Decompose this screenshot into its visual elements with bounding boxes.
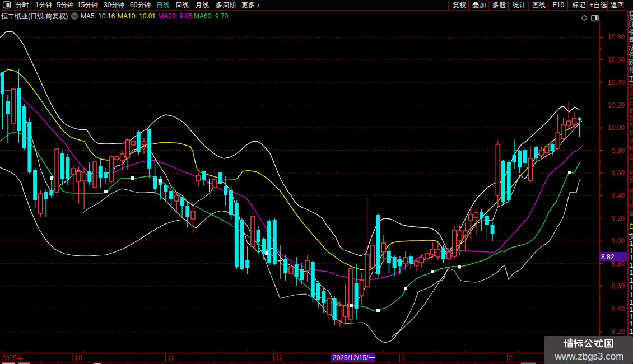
svg-text:均: 均 (629, 121, 633, 129)
svg-text:统计: 统计 (513, 1, 526, 9)
svg-text:9.80: 9.80 (612, 147, 625, 155)
svg-text:11: 11 (167, 354, 174, 362)
svg-text:10.20: 10.20 (608, 101, 625, 109)
svg-text:1分钟: 1分钟 (35, 1, 53, 9)
svg-text:跌: 跌 (629, 58, 633, 66)
svg-text:MA20: 9.85: MA20: 9.85 (158, 12, 193, 20)
svg-text:1: 1 (630, 262, 633, 269)
svg-text:F10: F10 (553, 1, 565, 9)
svg-text:MA10: 10.01: MA10: 10.01 (118, 12, 156, 20)
svg-text:盘: 盘 (629, 90, 633, 97)
svg-text:1: 1 (630, 240, 633, 248)
svg-text:停: 停 (629, 66, 633, 73)
svg-text:档: 档 (629, 82, 633, 90)
svg-text:1: 1 (630, 254, 633, 262)
svg-text:8.20: 8.20 (612, 328, 625, 335)
svg-text:恒丰纸业(日线.前复权): 恒丰纸业(日线.前复权) (1, 12, 68, 20)
svg-text:9.60: 9.60 (612, 169, 625, 177)
svg-text:9.00: 9.00 (612, 237, 625, 245)
svg-text:10.00: 10.00 (608, 124, 625, 132)
svg-text:额: 额 (629, 175, 633, 183)
svg-text:画线: 画线 (532, 1, 546, 9)
svg-text:5分钟: 5分钟 (57, 1, 74, 9)
svg-text:30分钟: 30分钟 (104, 1, 124, 9)
svg-text:标记: 标记 (572, 1, 585, 9)
svg-text:10.40: 10.40 (608, 78, 625, 86)
svg-text:差: 差 (629, 35, 633, 43)
svg-text:12: 12 (275, 354, 283, 362)
svg-text:1: 1 (630, 320, 633, 328)
svg-text:新: 新 (629, 114, 633, 122)
svg-text:1: 1 (630, 328, 633, 335)
svg-text:1: 1 (630, 291, 633, 299)
svg-text:月线: 月线 (196, 1, 209, 9)
svg-text:委: 委 (629, 13, 633, 21)
svg-text:8.82: 8.82 (601, 253, 615, 261)
svg-text:›: › (257, 1, 259, 9)
svg-text:www.zbgs3.com: www.zbgs3.com (555, 351, 624, 362)
svg-text:多周期: 多周期 (216, 1, 236, 9)
svg-text:最: 最 (629, 106, 633, 114)
svg-text:1: 1 (630, 284, 633, 292)
svg-text:益: 益 (629, 209, 633, 217)
svg-text:15分钟: 15分钟 (77, 1, 98, 9)
svg-text:1: 1 (630, 269, 633, 277)
svg-text:收: 收 (629, 202, 633, 209)
svg-text:2025/12/15/一: 2025/12/15/一 (333, 354, 375, 362)
svg-text:9.40: 9.40 (612, 192, 625, 199)
svg-text:8.40: 8.40 (612, 305, 625, 313)
svg-text:1: 1 (630, 247, 633, 255)
svg-text:多股: 多股 (492, 1, 506, 9)
svg-text:1: 1 (401, 354, 405, 362)
svg-text:2025年: 2025年 (2, 354, 24, 362)
svg-text:口: 口 (629, 97, 633, 105)
svg-text:MA5: 10.16: MA5: 10.16 (81, 12, 115, 20)
svg-text:总: 总 (629, 152, 633, 160)
svg-text:交: 交 (629, 232, 633, 240)
svg-text:委: 委 (629, 28, 633, 36)
svg-text:1: 1 (630, 306, 633, 314)
svg-text:1: 1 (630, 313, 633, 321)
svg-text:10.80: 10.80 (608, 33, 625, 41)
svg-text:9.20: 9.20 (612, 214, 625, 222)
svg-text:报: 报 (629, 187, 633, 195)
svg-text:分时: 分时 (16, 1, 29, 9)
svg-text:8.60: 8.60 (612, 282, 625, 290)
svg-text:幅: 幅 (629, 144, 633, 152)
svg-text:叠加: 叠加 (473, 1, 486, 9)
svg-text:价: 价 (629, 128, 633, 136)
svg-text:复权: 复权 (453, 1, 466, 9)
svg-text:1: 1 (630, 298, 633, 306)
svg-text:自: 自 (629, 222, 633, 230)
svg-text:五: 五 (629, 75, 633, 83)
svg-text:涨: 涨 (629, 44, 633, 52)
svg-text:周线: 周线 (175, 1, 189, 9)
svg-text:10.60: 10.60 (608, 56, 625, 64)
svg-text:1: 1 (630, 277, 633, 284)
svg-text:返回: 返回 (611, 1, 624, 9)
svg-text:日线: 日线 (156, 1, 170, 9)
svg-text:涨: 涨 (629, 137, 633, 144)
svg-text:停: 停 (629, 51, 633, 59)
svg-text:2: 2 (509, 354, 513, 362)
svg-text:+自选: +自选 (590, 1, 607, 9)
svg-text:手: 手 (629, 160, 633, 167)
svg-text:更多: 更多 (241, 1, 255, 9)
svg-text:金: 金 (629, 168, 633, 176)
svg-text:净: 净 (629, 194, 633, 202)
svg-text:MA60: 9.70: MA60: 9.70 (194, 12, 229, 20)
svg-text:60分钟: 60分钟 (130, 1, 151, 9)
svg-text:比: 比 (629, 21, 633, 29)
svg-text:10: 10 (75, 354, 82, 362)
